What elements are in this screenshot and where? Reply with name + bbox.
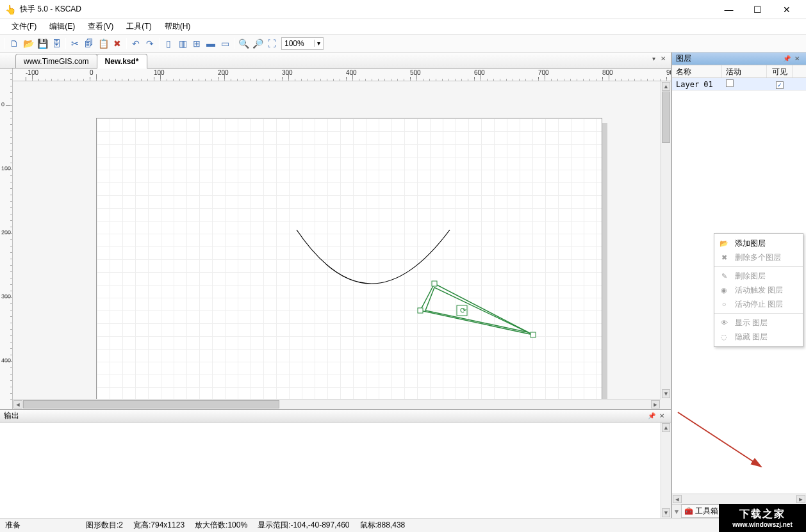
pin-icon[interactable]: 📌 — [646, 412, 657, 419]
col-name-header[interactable]: 名称 — [672, 65, 722, 77]
cm-deactivate-layer: ○活动停止 图层 — [714, 297, 803, 311]
cm-show-layer: 👁显示 图层 — [714, 316, 803, 330]
maximize-button[interactable]: ☐ — [743, 0, 772, 19]
output-body[interactable]: ▲ ▼ — [0, 423, 671, 518]
paste-icon[interactable]: 📋 — [96, 36, 110, 51]
hide-icon: ◌ — [720, 333, 728, 341]
align-icon-4[interactable]: ▬ — [204, 36, 218, 51]
activate-icon: ◉ — [720, 286, 728, 294]
zoom-fit-icon[interactable]: ⛶ — [265, 36, 279, 51]
open-icon[interactable]: 📂 — [21, 36, 35, 51]
menu-tools[interactable]: 工具(T) — [120, 20, 158, 33]
tab-label: New.ksd* — [105, 57, 139, 66]
cm-label: 显示 图层 — [735, 318, 768, 328]
menu-view[interactable]: 查看(V) — [81, 20, 120, 33]
menu-edit[interactable]: 编辑(E) — [43, 20, 81, 33]
panel-horizontal-scrollbar[interactable]: ◄ ► — [672, 494, 806, 504]
delete-layer-icon: ✎ — [720, 272, 728, 280]
watermark-line2: www.windowszj.net — [732, 521, 793, 528]
close-icon[interactable]: ✕ — [792, 55, 802, 62]
save-all-icon[interactable]: 🗄 — [49, 36, 63, 51]
zoom-input[interactable] — [282, 39, 314, 48]
deactivate-icon: ○ — [720, 300, 728, 308]
layer-row[interactable]: Layer 01 ✓ — [672, 78, 806, 91]
tab-label: 工具箱 — [695, 506, 718, 517]
horizontal-scrollbar[interactable]: ◄ ► — [13, 399, 661, 409]
scroll-down-icon[interactable]: ▼ — [662, 389, 670, 398]
col-active-header[interactable]: 活动 — [722, 65, 767, 77]
scroll-thumb[interactable] — [23, 400, 279, 408]
add-layer-icon: 📂 — [720, 239, 728, 248]
status-mouse: 鼠标:888,438 — [360, 520, 406, 531]
vertical-scrollbar[interactable]: ▲ ▼ — [661, 81, 671, 399]
chevron-down-icon[interactable]: ▾ — [675, 507, 679, 516]
zoom-in-icon[interactable]: 🔍 — [236, 36, 251, 51]
scroll-left-icon[interactable]: ◄ — [13, 400, 22, 408]
tab-label: www.TimeGIS.com — [24, 57, 89, 66]
cm-hide-layer: ◌隐藏 图层 — [714, 330, 803, 344]
pin-icon[interactable]: 📌 — [782, 55, 792, 62]
cm-delete-layer: ✎删除图层 — [714, 269, 803, 283]
undo-icon[interactable]: ↶ — [129, 36, 143, 51]
scroll-right-icon[interactable]: ► — [651, 400, 660, 408]
copy-icon[interactable]: 🗐 — [82, 36, 96, 51]
app-icon: 👆 — [5, 4, 16, 15]
zoom-out-icon[interactable]: 🔎 — [251, 36, 265, 51]
layer-context-menu: 📂添加图层 ✖删除多个图层 ✎删除图层 ◉活动触发 图层 ○活动停止 图层 👁显… — [714, 233, 803, 347]
layers-grid: 名称 活动 可见 Layer 01 ✓ — [672, 65, 806, 91]
zoom-combo[interactable]: ▾ — [281, 37, 324, 50]
minimize-button[interactable]: — — [714, 0, 743, 19]
active-checkbox[interactable] — [726, 79, 734, 87]
scroll-up-icon[interactable]: ▲ — [662, 82, 670, 91]
align-icon-2[interactable]: ▥ — [176, 36, 190, 51]
delete-icon[interactable]: ✖ — [110, 36, 124, 51]
cm-label: 隐藏 图层 — [735, 332, 768, 343]
visible-checkbox[interactable]: ✓ — [776, 81, 784, 89]
window-title: 快手 5.0 - KSCAD — [20, 4, 714, 15]
close-button[interactable]: ✕ — [772, 0, 801, 19]
tab-timegis[interactable]: www.TimeGIS.com — [15, 54, 97, 68]
chevron-down-icon[interactable]: ▾ — [314, 40, 323, 47]
vertical-scrollbar[interactable]: ▲ ▼ — [661, 423, 671, 518]
scroll-down-icon[interactable]: ▼ — [662, 508, 670, 517]
menu-help[interactable]: 帮助(H) — [158, 20, 197, 33]
output-title: 输出 — [4, 410, 646, 421]
cm-label: 删除图层 — [735, 271, 766, 282]
align-icon-1[interactable]: ▯ — [161, 36, 176, 51]
cm-activate-layer: ◉活动触发 图层 — [714, 283, 803, 297]
scroll-up-icon[interactable]: ▲ — [662, 423, 670, 432]
cm-label: 活动停止 图层 — [735, 299, 783, 310]
page — [96, 118, 602, 399]
horizontal-ruler: -1000100200300400500600700800900 — [13, 69, 671, 81]
scroll-left-icon[interactable]: ◄ — [673, 495, 682, 503]
col-visible-header[interactable]: 可见 — [767, 65, 793, 77]
status-view-range: 显示范围:-104,-40-897,460 — [258, 520, 349, 531]
cm-label: 活动触发 图层 — [735, 285, 783, 296]
status-bar: 准备 图形数目:2 宽高:794x1123 放大倍数:100% 显示范围:-10… — [0, 518, 806, 532]
layers-panel-title: 图层 — [676, 53, 782, 64]
title-bar: 👆 快手 5.0 - KSCAD — ☐ ✕ — [0, 0, 806, 19]
cm-delete-multi: ✖删除多个图层 — [714, 250, 803, 264]
redo-icon[interactable]: ↷ — [143, 36, 157, 51]
tab-newksd[interactable]: New.ksd* — [97, 54, 147, 68]
align-icon-3[interactable]: ⊞ — [190, 36, 204, 51]
menu-file[interactable]: 文件(F) — [5, 20, 43, 33]
cut-icon[interactable]: ✂ — [68, 36, 82, 51]
tab-dropdown-icon[interactable]: ▾ — [651, 55, 657, 62]
new-icon[interactable]: 🗋 — [7, 36, 21, 51]
vertical-ruler: 0100200300400 — [0, 69, 13, 409]
output-panel: 输出 📌 ✕ ▲ ▼ — [0, 409, 671, 518]
close-icon[interactable]: ✕ — [657, 412, 667, 419]
toolbox-tab[interactable]: 🧰 工具箱 — [681, 504, 721, 518]
save-icon[interactable]: 💾 — [35, 36, 49, 51]
tab-close-icon[interactable]: ✕ — [659, 55, 667, 62]
align-icon-5[interactable]: ▭ — [218, 36, 232, 51]
scroll-right-icon[interactable]: ► — [796, 495, 805, 503]
scroll-thumb[interactable] — [662, 92, 670, 143]
watermark-line1: 下载之家 — [739, 508, 785, 521]
status-zoom: 放大倍数:100% — [195, 520, 247, 531]
cm-add-layer[interactable]: 📂添加图层 — [714, 236, 803, 250]
cm-label: 删除多个图层 — [735, 252, 781, 263]
drawing-canvas[interactable]: ⟳ — [13, 81, 661, 399]
canvas-area: 0100200300400 -1000100200300400500600700… — [0, 69, 671, 409]
